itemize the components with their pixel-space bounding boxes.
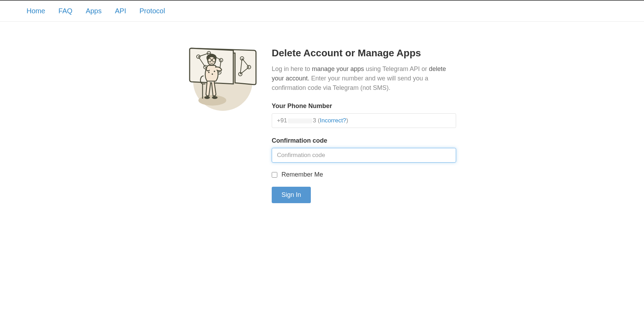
svg-point-25	[204, 96, 210, 99]
page-title: Delete Account or Manage Apps	[272, 48, 456, 59]
phone-prefix: +91	[277, 117, 287, 124]
nav-link-protocol[interactable]: Protocol	[139, 7, 165, 15]
incorrect-link[interactable]: Incorrect?	[320, 117, 346, 124]
svg-point-23	[212, 73, 213, 75]
remember-me-row: Remember Me	[272, 171, 456, 178]
svg-point-18	[208, 57, 215, 65]
svg-point-26	[212, 96, 218, 99]
nav-link-apps[interactable]: Apps	[86, 7, 102, 15]
code-label: Confirmation code	[272, 137, 456, 144]
phone-label: Your Phone Number	[272, 102, 456, 110]
svg-point-24	[214, 71, 215, 72]
intro-part2: using Telegram API or	[364, 65, 429, 72]
top-navbar: Home FAQ Apps API Protocol	[0, 0, 644, 22]
illustration-icon	[188, 43, 258, 113]
phone-redacted	[288, 119, 312, 123]
signin-button[interactable]: Sign In	[272, 187, 311, 203]
confirmation-code-input[interactable]	[272, 148, 456, 163]
intro-text: Log in here to manage your apps using Te…	[272, 64, 456, 93]
main-container: Delete Account or Manage Apps Log in her…	[188, 22, 456, 203]
remember-me-label[interactable]: Remember Me	[281, 171, 323, 178]
phone-suffix: 3	[313, 117, 316, 124]
content-area: Delete Account or Manage Apps Log in her…	[272, 43, 456, 203]
nav-link-faq[interactable]: FAQ	[58, 7, 72, 15]
intro-strong-manage: manage your apps	[312, 65, 364, 72]
nav-link-home[interactable]: Home	[27, 7, 45, 15]
intro-part1: Log in here to	[272, 65, 312, 72]
svg-point-22	[208, 72, 210, 73]
phone-display: +913 (Incorrect?)	[272, 113, 456, 128]
remember-me-checkbox[interactable]	[272, 172, 277, 178]
navbar-inner: Home FAQ Apps API Protocol	[0, 1, 644, 21]
nav-link-api[interactable]: API	[115, 7, 126, 15]
paren-close: )	[346, 117, 348, 124]
